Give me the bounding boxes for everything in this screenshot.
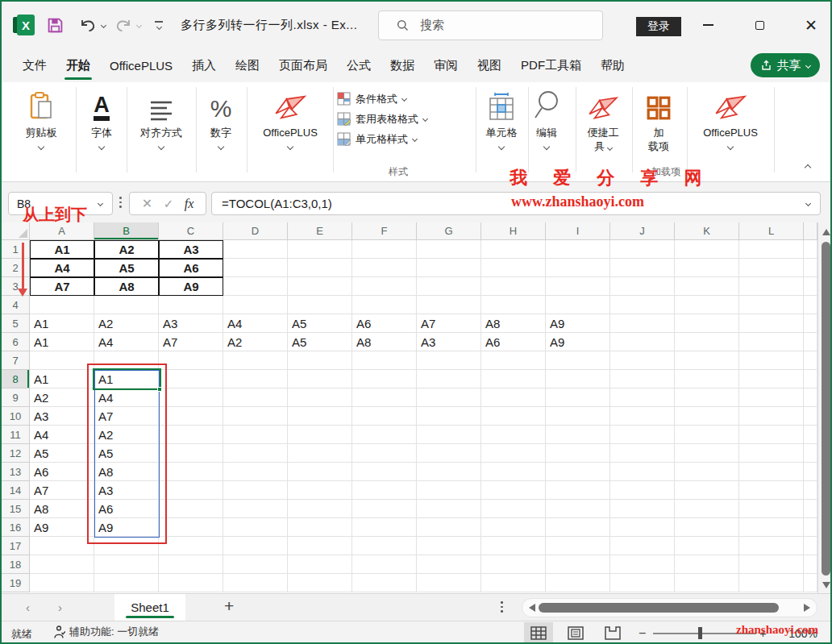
cell-A9[interactable]: A2: [30, 388, 94, 407]
scroll-right-icon[interactable]: [804, 604, 810, 612]
cell-E12[interactable]: [288, 444, 352, 463]
cell-L9[interactable]: [739, 388, 804, 407]
cell-B17[interactable]: [94, 537, 159, 555]
cell-H2[interactable]: [481, 259, 546, 277]
cell-F7[interactable]: [352, 351, 417, 370]
cell-L4[interactable]: [739, 296, 804, 314]
row-header-10[interactable]: 10: [2, 407, 30, 426]
column-header-D[interactable]: D: [223, 222, 288, 240]
column-header-B[interactable]: B: [94, 222, 159, 240]
cell-A2[interactable]: A4: [30, 259, 94, 277]
cell-L17[interactable]: [739, 537, 804, 555]
cell-F2[interactable]: [352, 259, 417, 277]
cell-K5[interactable]: [675, 314, 739, 333]
cell-H8[interactable]: [481, 370, 546, 388]
cell-K3[interactable]: [675, 277, 739, 296]
alignment-button[interactable]: 对齐方式: [129, 89, 193, 149]
cell-F14[interactable]: [352, 481, 417, 500]
cell-L1[interactable]: [739, 240, 804, 259]
cell-E3[interactable]: [288, 277, 352, 296]
cell-J8[interactable]: [610, 370, 675, 388]
cell-E1[interactable]: [288, 240, 352, 259]
cell-K16[interactable]: [675, 518, 739, 537]
horizontal-scrollbar[interactable]: [522, 598, 817, 617]
cell-F19[interactable]: [352, 574, 417, 592]
cell-G1[interactable]: [417, 240, 481, 259]
cell-H14[interactable]: [481, 481, 546, 500]
cancel-icon[interactable]: ✕: [142, 196, 152, 211]
cell-A11[interactable]: A4: [30, 426, 94, 444]
cell-J11[interactable]: [610, 426, 675, 444]
cell-K19[interactable]: [675, 574, 739, 592]
cell-E18[interactable]: [288, 555, 352, 574]
tab-OfficePLUS[interactable]: OfficePLUS: [100, 48, 182, 82]
column-header-G[interactable]: G: [417, 222, 481, 240]
cell-D15[interactable]: [223, 500, 288, 518]
cell-I9[interactable]: [546, 388, 610, 407]
cells-button[interactable]: 单元格: [477, 89, 526, 149]
cell-E11[interactable]: [288, 426, 352, 444]
cell-F11[interactable]: [352, 426, 417, 444]
cell-F5[interactable]: A6: [352, 314, 417, 333]
column-header-K[interactable]: K: [675, 222, 739, 240]
cell-I12[interactable]: [546, 444, 610, 463]
cell-D12[interactable]: [223, 444, 288, 463]
zoom-in-button[interactable]: +: [759, 626, 767, 640]
cell-B13[interactable]: A8: [94, 463, 159, 481]
vertical-scrollbar-thumb[interactable]: [822, 242, 830, 575]
clipboard-button[interactable]: 剪贴板: [10, 89, 73, 149]
cell-B4[interactable]: [94, 296, 159, 314]
cell-K6[interactable]: [675, 333, 739, 351]
cell-E14[interactable]: [288, 481, 352, 500]
cell-L10[interactable]: [739, 407, 804, 426]
font-button[interactable]: A 字体: [79, 89, 124, 149]
row-header-4[interactable]: 4: [2, 296, 30, 314]
row-header-7[interactable]: 7: [2, 351, 30, 370]
cell-D19[interactable]: [223, 574, 288, 592]
cell-A4[interactable]: [30, 296, 94, 314]
cell-K10[interactable]: [675, 407, 739, 426]
column-header-J[interactable]: J: [610, 222, 675, 240]
cell-C11[interactable]: [159, 426, 223, 444]
cell-I2[interactable]: [546, 259, 610, 277]
cell-K2[interactable]: [675, 259, 739, 277]
sheet-tab-sheet1[interactable]: Sheet1: [114, 594, 185, 621]
cell-F17[interactable]: [352, 537, 417, 555]
cell-D6[interactable]: A2: [223, 333, 288, 351]
cell-D11[interactable]: [223, 426, 288, 444]
cell-B14[interactable]: A3: [94, 481, 159, 500]
cell-J7[interactable]: [610, 351, 675, 370]
column-header-L[interactable]: L: [739, 222, 804, 240]
cell-D7[interactable]: [223, 351, 288, 370]
cell-I8[interactable]: [546, 370, 610, 388]
cell-I10[interactable]: [546, 407, 610, 426]
cell-B2[interactable]: A5: [94, 259, 159, 277]
row-header-8[interactable]: 8: [2, 370, 30, 388]
cell-I6[interactable]: A9: [546, 333, 610, 351]
cell-J14[interactable]: [610, 481, 675, 500]
cell-H10[interactable]: [481, 407, 546, 426]
close-button[interactable]: ✕: [793, 2, 829, 48]
cell-G7[interactable]: [417, 351, 481, 370]
scrollbar-resize-handle[interactable]: [501, 601, 503, 613]
page-break-preview-button[interactable]: [598, 622, 627, 644]
row-header-19[interactable]: 19: [2, 574, 30, 592]
insert-function-icon[interactable]: fx: [185, 197, 194, 211]
tab-帮助[interactable]: 帮助: [591, 48, 634, 82]
cell-L3[interactable]: [739, 277, 804, 296]
cell-K9[interactable]: [675, 388, 739, 407]
tab-插入[interactable]: 插入: [182, 48, 226, 82]
cell-A8[interactable]: A1: [30, 370, 94, 388]
cell-F4[interactable]: [352, 296, 417, 314]
cell-L15[interactable]: [739, 500, 804, 518]
cell-J18[interactable]: [610, 555, 675, 574]
share-button[interactable]: 共享: [751, 53, 820, 77]
cell-G4[interactable]: [417, 296, 481, 314]
zoom-out-button[interactable]: −: [639, 626, 646, 641]
row-header-1[interactable]: 1: [2, 240, 30, 259]
cell-K11[interactable]: [675, 426, 739, 444]
tab-审阅[interactable]: 审阅: [424, 48, 468, 82]
cell-G6[interactable]: A3: [417, 333, 481, 351]
cell-J6[interactable]: [610, 333, 675, 351]
cell-C1[interactable]: A3: [159, 240, 223, 259]
